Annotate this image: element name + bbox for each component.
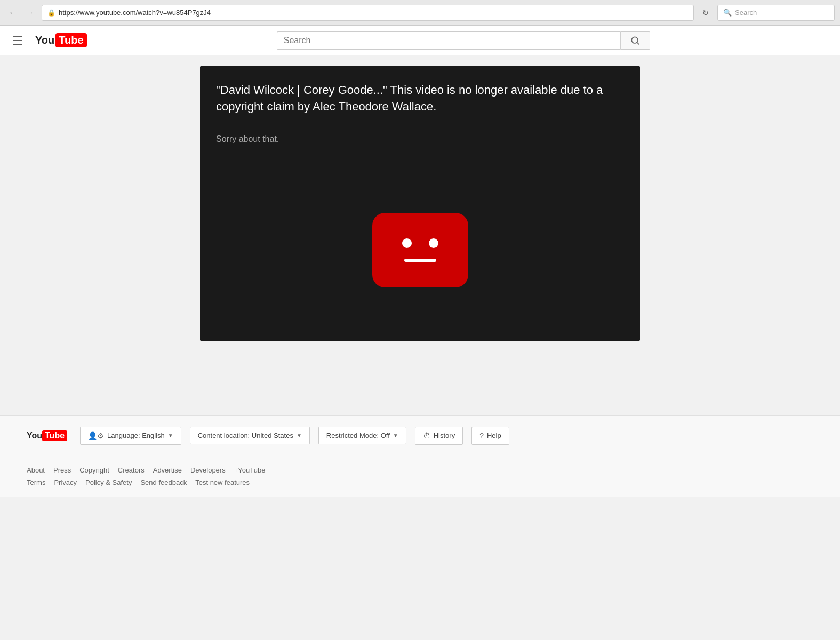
browser-search-field[interactable]: 🔍 Search: [717, 5, 835, 21]
footer-link-developers[interactable]: Developers: [190, 466, 226, 474]
youtube-logo[interactable]: YouTube: [35, 33, 87, 47]
back-button[interactable]: ←: [5, 5, 20, 20]
browser-chrome: ← → 🔒 https://www.youtube.com/watch?v=wu…: [0, 0, 840, 26]
location-dropdown-arrow: ▼: [297, 433, 302, 438]
help-icon: ?: [479, 431, 484, 440]
forward-button[interactable]: →: [22, 5, 37, 20]
footer-link-privacy[interactable]: Privacy: [54, 478, 77, 486]
logo-you: You: [35, 34, 54, 46]
footer-link-plus-youtube[interactable]: +YouTube: [234, 466, 266, 474]
reload-button[interactable]: ↻: [698, 5, 713, 20]
content-spacer: [0, 351, 840, 415]
location-button[interactable]: Content location: United States ▼: [190, 427, 310, 444]
history-label: History: [434, 431, 455, 439]
logo-tube: Tube: [55, 33, 86, 47]
help-label: Help: [487, 431, 501, 439]
search-container: [277, 31, 650, 50]
footer-link-about[interactable]: About: [27, 466, 45, 474]
sad-youtube-icon: [372, 213, 468, 287]
history-icon: ⏱: [423, 431, 430, 440]
footer-options: YouTube 👤⚙ Language: English ▼ Content l…: [0, 415, 840, 455]
restricted-mode-button[interactable]: Restricted Mode: Off ▼: [318, 427, 406, 444]
search-input[interactable]: [277, 31, 620, 50]
sad-mouth: [404, 259, 436, 262]
footer-link-creators[interactable]: Creators: [118, 466, 145, 474]
sad-eyes: [402, 238, 438, 248]
footer-link-terms[interactable]: Terms: [27, 478, 45, 486]
lock-icon: 🔒: [47, 9, 55, 17]
video-error-visual: [200, 159, 640, 341]
main-content: "David Wilcock | Corey Goode..." This vi…: [0, 55, 840, 351]
browser-search-placeholder: Search: [735, 9, 757, 17]
url-text: https://www.youtube.com/watch?v=wu854P7g…: [59, 9, 211, 17]
video-error-message: "David Wilcock | Corey Goode..." This vi…: [200, 66, 640, 159]
footer-link-copyright[interactable]: Copyright: [79, 466, 109, 474]
right-eye: [429, 238, 438, 248]
sorry-text: Sorry about that.: [216, 126, 624, 148]
footer-link-press[interactable]: Press: [53, 466, 71, 474]
footer-links-row2: Terms Privacy Policy & Safety Send feedb…: [27, 478, 813, 486]
history-button[interactable]: ⏱ History: [415, 427, 463, 445]
footer-youtube-logo: YouTube: [27, 430, 67, 441]
browser-nav-buttons: ← →: [5, 5, 37, 20]
language-icon: 👤⚙: [88, 431, 104, 440]
footer-link-advertise[interactable]: Advertise: [153, 466, 182, 474]
browser-search-icon: 🔍: [723, 9, 732, 17]
footer-link-send-feedback[interactable]: Send feedback: [140, 478, 187, 486]
footer-link-policy-safety[interactable]: Policy & Safety: [85, 478, 132, 486]
address-bar[interactable]: 🔒 https://www.youtube.com/watch?v=wu854P…: [42, 5, 694, 21]
svg-point-0: [631, 37, 638, 43]
left-eye: [402, 238, 412, 248]
footer-links-row1: About Press Copyright Creators Advertise…: [27, 466, 813, 474]
svg-line-1: [637, 42, 639, 44]
help-button[interactable]: ? Help: [471, 427, 509, 445]
video-error-container: "David Wilcock | Corey Goode..." This vi…: [200, 66, 640, 341]
language-button[interactable]: 👤⚙ Language: English ▼: [80, 427, 181, 445]
search-button[interactable]: [620, 31, 650, 50]
error-title: "David Wilcock | Corey Goode..." This vi…: [216, 82, 624, 115]
restricted-mode-label: Restricted Mode: Off: [326, 431, 390, 439]
restricted-dropdown-arrow: ▼: [393, 433, 398, 438]
youtube-header: YouTube: [0, 26, 840, 55]
footer-link-test-features[interactable]: Test new features: [195, 478, 250, 486]
language-dropdown-arrow: ▼: [168, 433, 173, 438]
footer-links: About Press Copyright Creators Advertise…: [0, 455, 840, 497]
hamburger-menu-button[interactable]: [9, 32, 27, 49]
location-label: Content location: United States: [198, 431, 293, 439]
language-label: Language: English: [107, 431, 165, 439]
